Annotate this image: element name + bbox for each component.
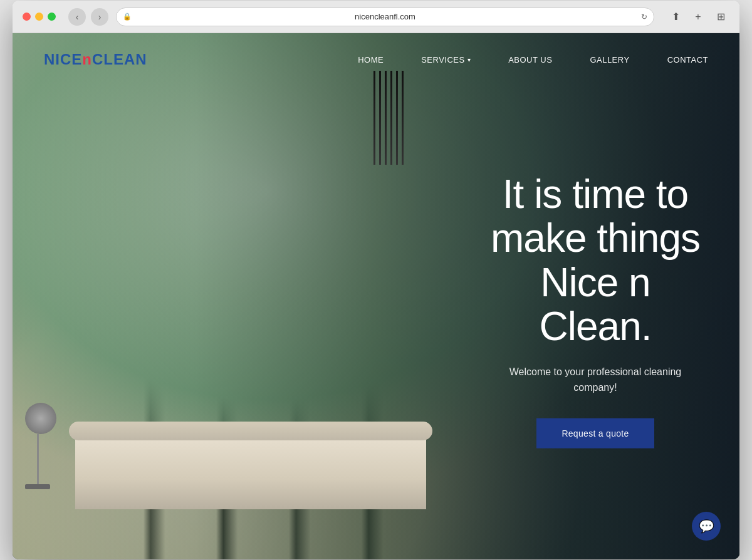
- nav-about-us[interactable]: ABOUT US: [508, 55, 552, 65]
- browser-titlebar: ‹ › 🔒 nicencleanfl.com ↻ ⬆ + ⊞: [13, 1, 739, 33]
- new-tab-button[interactable]: +: [689, 8, 707, 26]
- address-bar[interactable]: 🔒 nicencleanfl.com ↻: [116, 8, 654, 26]
- browser-window: ‹ › 🔒 nicencleanfl.com ↻ ⬆ + ⊞: [13, 1, 739, 559]
- nav-services-label: SERVICES: [421, 55, 465, 65]
- close-button[interactable]: [23, 13, 31, 21]
- nav-gallery[interactable]: GALLERY: [590, 55, 629, 65]
- hero-content: It is time to make things Nice n Clean. …: [489, 172, 702, 449]
- browser-actions: ⬆ + ⊞: [667, 8, 729, 26]
- site-logo[interactable]: NICEnCLEAN: [44, 51, 147, 68]
- logo-nice: NICE: [44, 51, 82, 68]
- browser-nav: ‹ ›: [68, 8, 108, 26]
- back-button[interactable]: ‹: [68, 8, 86, 26]
- logo-n: n: [82, 51, 92, 68]
- chat-icon: 💬: [699, 519, 714, 534]
- request-quote-button[interactable]: Request a quote: [536, 418, 654, 448]
- lamp-head: [25, 403, 56, 434]
- url-text: nicencleanfl.com: [355, 12, 415, 21]
- sofa: [75, 434, 426, 509]
- nav-services[interactable]: SERVICES ▾: [421, 55, 471, 65]
- forward-icon: ›: [98, 12, 102, 22]
- logo-clean: CLEAN: [92, 51, 147, 68]
- minimize-button[interactable]: [35, 13, 43, 21]
- nav-home[interactable]: HOME: [358, 55, 384, 65]
- floor-lamp: [25, 403, 50, 490]
- reload-icon[interactable]: ↻: [641, 13, 647, 21]
- lamp-pole: [37, 434, 39, 484]
- share-button[interactable]: ⬆: [667, 8, 684, 26]
- sofa-area: [75, 384, 426, 509]
- traffic-lights: [23, 13, 56, 21]
- nav-contact[interactable]: CONTACT: [667, 55, 708, 65]
- website-content: NICEnCLEAN HOME SERVICES ▾ ABOUT US GALL…: [13, 33, 739, 559]
- hero-headline: It is time to make things Nice n Clean.: [489, 172, 702, 349]
- chevron-down-icon: ▾: [467, 56, 471, 63]
- hero-subtext: Welcome to your professional cleaning co…: [489, 363, 702, 395]
- maximize-button[interactable]: [48, 13, 56, 21]
- sidebar-button[interactable]: ⊞: [712, 8, 729, 26]
- lock-icon: 🔒: [123, 13, 132, 21]
- nav-links: HOME SERVICES ▾ ABOUT US GALLERY CONTACT: [358, 55, 708, 65]
- back-icon: ‹: [76, 12, 79, 22]
- lamp-base: [25, 484, 50, 489]
- forward-button[interactable]: ›: [91, 8, 108, 26]
- navbar: NICEnCLEAN HOME SERVICES ▾ ABOUT US GALL…: [13, 33, 739, 86]
- chat-button[interactable]: 💬: [692, 512, 721, 541]
